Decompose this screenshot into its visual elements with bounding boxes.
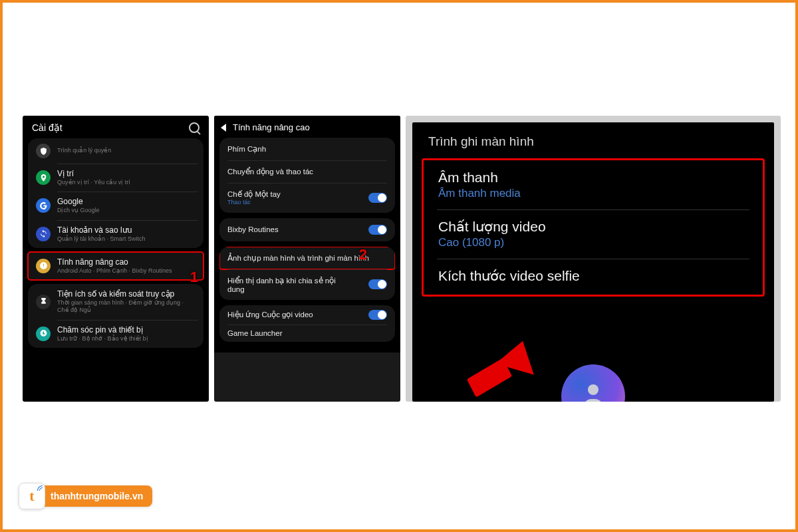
adv-group-2: Bixby Routines (219, 218, 395, 241)
settings-panel: Cài đặt Trình quản lý quyền Vị tríQuyền … (23, 116, 209, 402)
settings-item-accounts[interactable]: Tài khoản và sao lưuQuản lý tài khoản · … (28, 220, 203, 248)
recorder-item-sound[interactable]: Âm thanh Âm thanh media (428, 160, 759, 209)
settings-sub: Quản lý tài khoản · Smart Switch (57, 235, 196, 243)
toggle-switch[interactable] (368, 279, 387, 289)
settings-group-1: Trình quản lý quyền Vị tríQuyền vị trí ·… (28, 138, 203, 248)
adv-label: Chuyển động và thao tác (227, 167, 313, 176)
adv-label: Hiệu ứng Cuộc gọi video (227, 310, 313, 319)
toggle-switch[interactable] (368, 193, 387, 203)
recorder-label: Chất lượng video (438, 219, 748, 235)
shield-icon (36, 144, 51, 158)
location-icon (36, 170, 51, 185)
watermark-text: thanhtrungmobile.vn (43, 485, 152, 507)
settings-item-digital[interactable]: Tiện ích số và kiểm soát truy cậpThời gi… (28, 284, 203, 320)
settings-sub: Dịch vụ Google (57, 207, 196, 214)
toggle-switch[interactable] (368, 225, 387, 235)
adv-group-1: Phím Cạnh Chuyển động và thao tác Chế độ… (219, 138, 395, 213)
adv-group-4: Hiệu ứng Cuộc gọi video Game Launcher (219, 305, 395, 342)
recorder-label: Âm thanh (438, 170, 748, 186)
adv-item-motions[interactable]: Chuyển động và thao tác (219, 160, 395, 183)
advanced-icon (36, 259, 51, 273)
google-icon (36, 198, 51, 213)
adv-label: Chế độ Một tay (227, 190, 281, 199)
watermark-logo-icon: t (19, 483, 45, 509)
recorder-panel-wrap: Trình ghi màn hình Âm thanh Âm thanh med… (406, 116, 781, 402)
recorder-item-selfiesize[interactable]: Kích thước video selfie (428, 259, 759, 295)
settings-label: Tiện ích số và kiểm soát truy cập (57, 289, 196, 299)
settings-sub: Android Auto · Phím Cạnh · Bixby Routine… (57, 267, 196, 275)
adv-sub: Thao tác (227, 199, 281, 206)
search-icon[interactable] (189, 122, 200, 133)
settings-label: Tính năng nâng cao (57, 257, 196, 267)
sync-icon (36, 227, 51, 241)
adv-item-edgekey[interactable]: Phím Cạnh (219, 138, 395, 160)
settings-item-google[interactable]: GoogleDịch vụ Google (28, 192, 203, 219)
settings-title: Cài đặt (32, 122, 63, 133)
settings-sub: Quyền vị trí · Yêu cầu vị trí (57, 179, 196, 186)
toggle-switch[interactable] (368, 310, 387, 320)
arrow-callout-icon (469, 367, 509, 388)
settings-label: Vị trí (57, 169, 196, 179)
adv-item-showcontacts[interactable]: Hiển thị danh bạ khi chia sẻ nội dung (219, 269, 395, 300)
advanced-panel: Tính năng nâng cao Phím Cạnh Chuyển động… (214, 116, 400, 402)
step-badge-1: 1 (190, 269, 198, 286)
adv-item-videocall[interactable]: Hiệu ứng Cuộc gọi video (219, 305, 395, 325)
settings-item-location[interactable]: Vị tríQuyền vị trí · Yêu cầu vị trí (28, 164, 203, 192)
settings-item-privacy[interactable]: Trình quản lý quyền (28, 138, 203, 164)
adv-item-bixby[interactable]: Bixby Routines (219, 218, 395, 241)
recorder-title: Trình ghi màn hình (412, 128, 774, 158)
adv-label: Phím Cạnh (227, 144, 266, 154)
settings-sub: Thời gian sáng màn hình · Đếm giờ ứng dụ… (57, 299, 196, 315)
recorder-panel: Trình ghi màn hình Âm thanh Âm thanh med… (412, 122, 774, 402)
step-badge-2: 2 (359, 246, 367, 263)
recorder-options-highlighted: Âm thanh Âm thanh media Chất lượng video… (422, 158, 765, 297)
settings-label: Chăm sóc pin và thiết bị (57, 325, 196, 335)
settings-item-battery[interactable]: Chăm sóc pin và thiết bịLưu trữ · Bộ nhớ… (28, 320, 203, 348)
back-icon[interactable] (221, 124, 226, 132)
settings-header: Cài đặt (23, 116, 209, 138)
settings-group-3: Tiện ích số và kiểm soát truy cậpThời gi… (28, 284, 203, 348)
adv-item-screenshot-highlighted[interactable]: Ảnh chụp màn hình và trình ghi màn hình (219, 247, 395, 269)
settings-label: Google (57, 197, 196, 207)
recorder-value: Cao (1080 p) (438, 236, 748, 249)
recorder-item-quality[interactable]: Chất lượng video Cao (1080 p) (428, 209, 759, 259)
adv-label: Ảnh chụp màn hình và trình ghi màn hình (227, 253, 369, 263)
watermark: t thanhtrungmobile.vn (19, 483, 152, 509)
settings-sub: Lưu trữ · Bộ nhớ · Bảo vệ thiết bị (57, 335, 196, 342)
adv-group-3: Ảnh chụp màn hình và trình ghi màn hình … (219, 247, 395, 300)
settings-item-advanced-highlighted[interactable]: Tính năng nâng caoAndroid Auto · Phím Cạ… (28, 252, 203, 280)
adv-label: Bixby Routines (227, 225, 279, 233)
adv-label: Hiển thị danh bạ khi chia sẻ nội dung (227, 276, 347, 293)
adv-item-onehand[interactable]: Chế độ Một tayThao tác (219, 183, 395, 213)
avatar-icon (561, 364, 625, 402)
tutorial-frame: Cài đặt Trình quản lý quyền Vị tríQuyền … (0, 0, 798, 532)
signal-icon (37, 485, 43, 491)
advanced-header: Tính năng nâng cao (214, 116, 400, 138)
recorder-label: Kích thước video selfie (438, 268, 748, 284)
triptych-container: Cài đặt Trình quản lý quyền Vị tríQuyền … (23, 116, 781, 402)
adv-label: Game Launcher (227, 329, 282, 337)
settings-label: Tài khoản và sao lưu (57, 225, 196, 235)
settings-sub: Trình quản lý quyền (57, 147, 196, 154)
adv-item-gamelauncher[interactable]: Game Launcher (219, 325, 395, 342)
recorder-value: Âm thanh media (438, 187, 748, 200)
hourglass-icon (36, 295, 51, 309)
battery-icon (36, 327, 51, 341)
advanced-title: Tính năng nâng cao (233, 122, 310, 132)
